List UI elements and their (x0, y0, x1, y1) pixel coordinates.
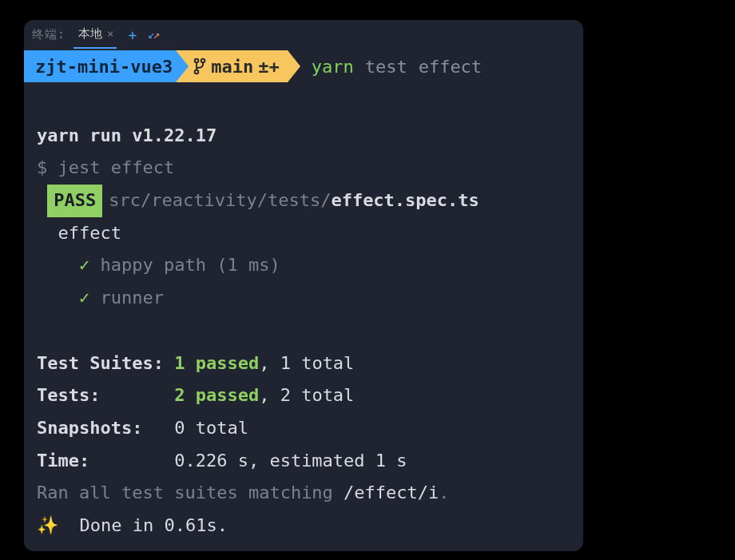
prompt-branch: main (211, 57, 253, 77)
dollar-sign: $ (37, 157, 58, 177)
summary-tests-passed: 2 passed (174, 385, 259, 405)
cmd-effect: effect (419, 57, 482, 77)
cmd-yarn: yarn (312, 57, 354, 77)
ran-suffix: . (439, 483, 449, 502)
spec-path-dir: src/reactivity/tests/ (109, 190, 331, 210)
check-icon: ✓ (79, 288, 89, 308)
prompt-branch-status: ±+ (258, 57, 280, 77)
ran-pattern: /effect/i (344, 483, 439, 502)
summary-tests-label: Tests: (37, 385, 174, 405)
tab-local[interactable]: 本地 × (74, 20, 117, 49)
summary-suites-total: , 1 total (259, 353, 354, 373)
terminal-window: 终端: 本地 × + ↙↗ zjt-mini-vue3 (24, 20, 583, 551)
new-tab-icon[interactable]: + (128, 26, 137, 43)
titlebar: 终端: 本地 × + ↙↗ (24, 20, 583, 49)
summary-suites-label: Test Suites: (37, 353, 174, 373)
summary-suites-passed: 1 passed (174, 353, 259, 373)
tab-close-icon[interactable]: × (107, 27, 113, 40)
suite-name: effect (58, 223, 121, 243)
ran-prefix: Ran all test suites matching (37, 483, 344, 502)
yarn-run-line: yarn run v1.22.17 (37, 125, 217, 145)
prompt-branch-segment: main ±+ (176, 50, 287, 82)
test-result-2: runner (100, 288, 163, 308)
svg-point-0 (195, 59, 199, 63)
summary-tests-total: , 2 total (259, 385, 354, 405)
tab-label: 本地 (78, 26, 102, 42)
check-icon: ✓ (79, 255, 89, 275)
titlebar-label: 终端: (32, 27, 66, 42)
svg-point-1 (201, 59, 205, 63)
git-branch-icon (193, 20, 208, 115)
expand-icon[interactable]: ↙↗ (148, 27, 157, 42)
svg-point-2 (195, 70, 199, 74)
test-result-1: happy path (1 ms) (100, 255, 280, 275)
prompt-row: zjt-mini-vue3 main ±+ yarn (24, 50, 583, 82)
prompt-command[interactable]: yarn test effect (300, 50, 482, 82)
prompt-project-segment: zjt-mini-vue3 (24, 50, 176, 82)
chevron-icon (288, 50, 300, 82)
chevron-icon (176, 50, 189, 82)
done-line: Done in 0.61s. (58, 515, 228, 535)
summary-time-value: 0.226 s, estimated 1 s (174, 451, 407, 471)
sparkle-icon: ✨ (37, 515, 58, 535)
cmd-test: test (365, 57, 407, 77)
pass-badge: PASS (47, 185, 102, 217)
jest-command: jest effect (58, 157, 175, 177)
summary-time-label: Time: (37, 451, 174, 471)
spec-path-file: effect.spec.ts (331, 190, 479, 210)
summary-snapshots-label: Snapshots: (37, 418, 174, 438)
prompt-project: zjt-mini-vue3 (35, 57, 173, 77)
summary-snapshots-value: 0 total (174, 418, 248, 438)
terminal-output[interactable]: yarn run v1.22.17 $ jest effect PASSsrc/… (24, 82, 583, 542)
